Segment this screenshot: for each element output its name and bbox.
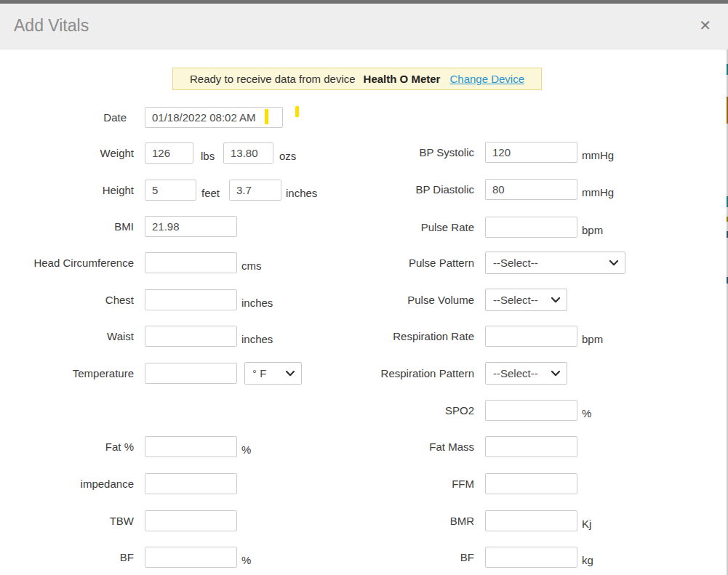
fat-mass-label: Fat Mass — [291, 436, 474, 457]
form-row-bf-right: BF kg — [0, 547, 728, 569]
respiration-rate-unit: bpm — [582, 329, 603, 350]
respiration-pattern-label: Respiration Pattern — [291, 363, 474, 384]
form-row-pulse-volume: Pulse Volume --Select-- — [0, 289, 728, 312]
form-row-spo2: SPO2 % — [0, 400, 728, 422]
spo2-label: SPO2 — [291, 400, 474, 421]
pulse-pattern-select[interactable]: --Select-- — [485, 252, 625, 274]
pulse-rate-input[interactable] — [485, 217, 577, 238]
pulse-volume-label: Pulse Volume — [291, 289, 474, 310]
respiration-pattern-selected-value: --Select-- — [493, 367, 538, 379]
fat-mass-input[interactable] — [485, 436, 577, 457]
bp-diastolic-unit: mmHg — [582, 182, 614, 203]
device-name: Health O Meter — [364, 73, 441, 85]
pulse-volume-selected-value: --Select-- — [493, 294, 538, 306]
chevron-down-icon — [609, 260, 618, 266]
pulse-volume-select[interactable]: --Select-- — [485, 289, 567, 311]
close-icon[interactable]: ✕ — [699, 4, 711, 48]
bp-diastolic-input[interactable] — [485, 179, 577, 200]
form-row-bp-diastolic: BP Diastolic mmHg — [0, 179, 728, 201]
bp-systolic-unit: mmHg — [582, 145, 614, 166]
respiration-rate-label: Respiration Rate — [291, 326, 474, 347]
bp-systolic-label: BP Systolic — [291, 142, 474, 163]
form-row-ffm: FFM — [0, 473, 728, 496]
ffm-input[interactable] — [485, 473, 577, 494]
chevron-down-icon — [551, 297, 560, 303]
form-row-date: Date — [0, 107, 728, 129]
cursor-highlight-mark — [295, 106, 299, 117]
bf-right-label: BF — [291, 547, 474, 568]
bmr-input[interactable] — [485, 510, 577, 531]
respiration-pattern-select[interactable]: --Select-- — [485, 362, 567, 385]
spo2-unit: % — [582, 403, 591, 424]
ffm-label: FFM — [291, 473, 474, 494]
form-row-pulse-pattern: Pulse Pattern --Select-- — [0, 252, 728, 275]
chevron-down-icon — [551, 371, 560, 377]
spo2-input[interactable] — [485, 400, 577, 421]
bmr-label: BMR — [291, 510, 474, 531]
date-label: Date — [0, 107, 127, 128]
bmr-unit: Kj — [582, 513, 591, 534]
date-input[interactable] — [145, 107, 283, 128]
bf-right-unit: kg — [582, 550, 593, 571]
form-row-bp-systolic: BP Systolic mmHg — [0, 142, 728, 164]
form-row-bmr: BMR Kj — [0, 510, 728, 533]
form-row-fat-mass: Fat Mass — [0, 436, 728, 459]
pulse-pattern-label: Pulse Pattern — [291, 252, 474, 273]
change-device-link[interactable]: Change Device — [449, 73, 524, 85]
banner-message: Ready to receive data from device — [190, 73, 356, 85]
page-title: Add Vitals — [14, 4, 89, 48]
bf-right-input[interactable] — [485, 547, 577, 568]
pulse-rate-unit: bpm — [582, 220, 603, 241]
form-row-respiration-rate: Respiration Rate bpm — [0, 326, 728, 348]
form-row-respiration-pattern: Respiration Pattern --Select-- — [0, 363, 728, 385]
modal-header: Add Vitals ✕ — [0, 4, 728, 49]
device-status-banner: Ready to receive data from device Health… — [172, 68, 542, 90]
bp-diastolic-label: BP Diastolic — [291, 179, 474, 200]
respiration-rate-input[interactable] — [485, 326, 577, 347]
form-row-pulse-rate: Pulse Rate bpm — [0, 217, 728, 239]
text-cursor-highlight — [265, 109, 268, 124]
pulse-pattern-selected-value: --Select-- — [493, 257, 538, 269]
pulse-rate-label: Pulse Rate — [291, 217, 474, 238]
bp-systolic-input[interactable] — [485, 142, 577, 163]
add-vitals-modal: Add Vitals ✕ Ready to receive data from … — [0, 0, 728, 575]
